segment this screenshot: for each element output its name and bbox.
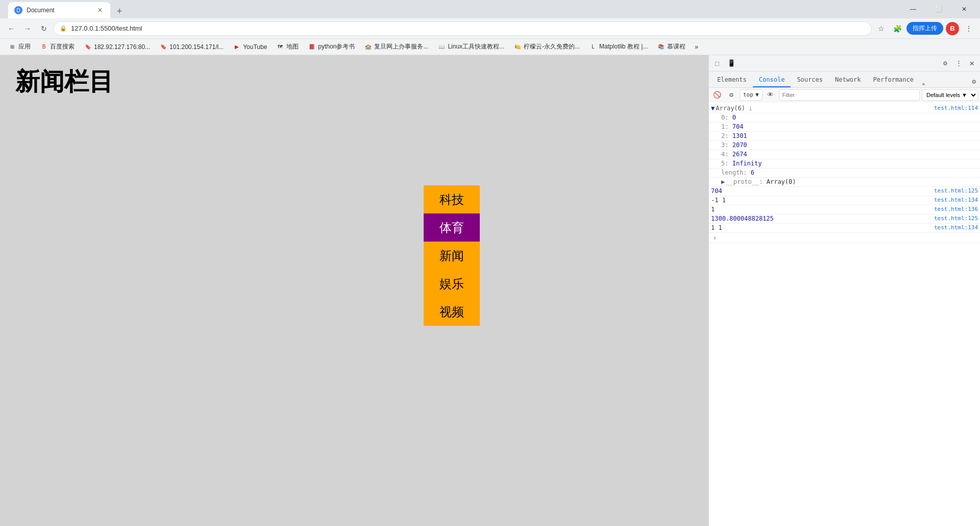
bookmark-label: YouTube xyxy=(243,43,267,51)
console-context-selector[interactable]: top ▼ xyxy=(740,89,763,101)
console-settings-button[interactable]: ⚙ xyxy=(725,89,738,101)
tab-favicon: D xyxy=(14,6,22,14)
bookmark-101[interactable]: 🔖 101.200.154.171/l... xyxy=(155,42,228,52)
avatar: B xyxy=(946,22,959,35)
menu-item-tiyu[interactable]: 体育 xyxy=(424,213,480,242)
console-line-neg1-1: -1 1 test.html:134 xyxy=(709,196,980,205)
console-prompt-line[interactable]: › xyxy=(709,233,980,243)
bookmark-python[interactable]: 📕 python参考书 xyxy=(304,41,359,52)
page-heading: 新闻栏目 xyxy=(0,55,708,108)
console-array-length: length: 6 xyxy=(709,169,980,178)
star-button[interactable]: ☆ xyxy=(874,21,888,36)
eye-button[interactable]: 👁 xyxy=(765,89,777,101)
bookmark-lemonyun[interactable]: 🍋 柠檬云-永久免费的... xyxy=(509,41,584,52)
menu-item-xinwen[interactable]: 新闻 xyxy=(424,242,480,270)
youtube-icon: ▶ xyxy=(233,43,241,51)
bookmark-map[interactable]: 🗺 地图 xyxy=(272,41,303,52)
console-filter-input[interactable] xyxy=(779,89,920,101)
close-button[interactable]: ✕ xyxy=(952,1,976,17)
bookmark-baidu[interactable]: B 百度搜索 xyxy=(36,41,79,52)
title-bar: D Document ✕ + — ⬜ ✕ xyxy=(0,0,980,18)
devtools-more-button[interactable]: ⋮ xyxy=(952,57,965,69)
device-toolbar-button[interactable]: 📱 xyxy=(725,57,738,69)
tab-network[interactable]: Network xyxy=(829,73,867,87)
back-button[interactable]: ← xyxy=(4,21,18,36)
bookmark-more[interactable]: » xyxy=(691,42,702,52)
console-line-1: 1 test.html:136 xyxy=(709,205,980,214)
lock-icon: 🔒 xyxy=(60,25,67,32)
toolbar-actions: ☆ 🧩 指挥上传 B ⋮ xyxy=(874,21,976,36)
reload-button[interactable]: ↻ xyxy=(37,21,51,36)
address-bar[interactable]: 🔒 127.0.0.1:5500/test.html xyxy=(53,21,872,36)
url-text: 127.0.0.1:5500/test.html xyxy=(71,25,142,32)
console-link-134a[interactable]: test.html:134 xyxy=(930,197,978,203)
console-array-proto: ▶ __proto__: Array(0) xyxy=(709,178,980,187)
proto-expand[interactable]: ▶ xyxy=(721,178,725,185)
bookmark-matplotlib[interactable]: L Matplotlib 教程 |... xyxy=(585,41,652,52)
console-line-704: 704 test.html:125 xyxy=(709,187,980,196)
devtools-settings-icon[interactable]: ⚙ xyxy=(970,76,978,87)
page-content: 新闻栏目 科技 体育 新闻 娱乐 视频 xyxy=(0,55,708,526)
console-link-125b[interactable]: test.html:125 xyxy=(930,215,978,222)
devtools-panel: ⬚ 📱 ⚙ ⋮ ✕ Elements Console Sources Netwo… xyxy=(708,55,980,526)
bookmark-mooc[interactable]: 📚 慕课程 xyxy=(653,41,690,52)
tab-close-button[interactable]: ✕ xyxy=(96,6,104,14)
fudan-icon: 🏫 xyxy=(364,43,372,51)
forward-button[interactable]: → xyxy=(20,21,35,36)
maximize-button[interactable]: ⬜ xyxy=(927,1,950,17)
clear-console-button[interactable]: 🚫 xyxy=(711,89,723,101)
minimize-button[interactable]: — xyxy=(901,1,925,17)
bookmark-label: 百度搜索 xyxy=(50,42,75,51)
tab-performance[interactable]: Performance xyxy=(867,73,920,87)
console-line-array: ▼ Array(6) i test.html:114 xyxy=(709,104,980,113)
matplotlib-icon: L xyxy=(589,43,597,51)
console-array-item-3: 3: 2070 xyxy=(709,141,980,150)
tab-bar: D Document ✕ + xyxy=(4,0,127,18)
bookmark-label: Linux工具快速教程... xyxy=(448,42,504,51)
lemon-icon: 🍋 xyxy=(513,43,522,51)
bookmark-icon: 🔖 xyxy=(159,43,167,51)
chrome-menu-button[interactable]: ⋮ xyxy=(962,21,976,36)
new-tab-button[interactable]: + xyxy=(112,4,127,18)
tab-console[interactable]: Console xyxy=(753,73,791,87)
console-link-125[interactable]: test.html:125 xyxy=(930,187,978,194)
profile-button[interactable]: B xyxy=(945,21,960,36)
inspect-element-button[interactable]: ⬚ xyxy=(711,57,723,69)
bookmark-label: 柠檬云-永久免费的... xyxy=(524,42,580,51)
tabs-more-button[interactable]: » xyxy=(922,81,925,87)
bookmark-youtube[interactable]: ▶ YouTube xyxy=(229,42,271,52)
tab-elements[interactable]: Elements xyxy=(711,73,753,87)
tab-sources[interactable]: Sources xyxy=(791,73,829,87)
devtools-close-button[interactable]: ✕ xyxy=(966,57,978,69)
menu-item-keji[interactable]: 科技 xyxy=(424,185,480,213)
bookmark-label: 地图 xyxy=(286,42,299,51)
active-tab[interactable]: D Document ✕ xyxy=(8,2,110,18)
mooc-icon: 📚 xyxy=(657,43,665,51)
menu-item-shipin[interactable]: 视频 xyxy=(424,298,480,326)
console-output: ▼ Array(6) i test.html:114 0: 0 1: 704 2… xyxy=(709,102,980,526)
console-array-item-4: 4: 2674 xyxy=(709,150,980,159)
bookmark-fudan[interactable]: 🏫 复旦网上办事服务... xyxy=(360,41,432,52)
bookmark-apps[interactable]: ⊞ 应用 xyxy=(4,41,35,52)
bookmark-label: » xyxy=(695,43,698,51)
browser-window: D Document ✕ + — ⬜ ✕ ← → ↻ 🔒 127.0.0.1:5… xyxy=(0,0,980,526)
menu-box: 科技 体育 新闻 娱乐 视频 xyxy=(424,185,480,326)
console-link-114[interactable]: test.html:114 xyxy=(930,105,978,111)
bookmark-linux[interactable]: 📖 Linux工具快速教程... xyxy=(433,41,508,52)
menu-item-yule[interactable]: 娱乐 xyxy=(424,270,480,298)
upload-ext-button[interactable]: 指挥上传 xyxy=(906,22,943,35)
log-level-selector[interactable]: Default levels ▼ xyxy=(922,89,978,101)
window-controls: — ⬜ ✕ xyxy=(901,1,976,17)
devtools-settings-button[interactable]: ⚙ xyxy=(939,57,951,69)
context-label: top xyxy=(743,91,753,98)
content-area: 新闻栏目 科技 体育 新闻 娱乐 视频 ⬚ 📱 ⚙ ⋮ ✕ xyxy=(0,55,980,526)
devtools-tabs: Elements Console Sources Network Perform… xyxy=(709,71,980,88)
expand-arrow[interactable]: ▼ xyxy=(711,105,715,112)
extensions-button[interactable]: 🧩 xyxy=(890,21,904,36)
bookmark-icon: 🔖 xyxy=(84,43,92,51)
bookmark-182[interactable]: 🔖 182.92.127.176:80... xyxy=(80,42,154,52)
console-link-134b[interactable]: test.html:134 xyxy=(930,224,978,231)
bookmark-label: 应用 xyxy=(18,42,31,51)
bookmark-label: 慕课程 xyxy=(667,42,685,51)
console-link-136[interactable]: test.html:136 xyxy=(930,206,978,212)
